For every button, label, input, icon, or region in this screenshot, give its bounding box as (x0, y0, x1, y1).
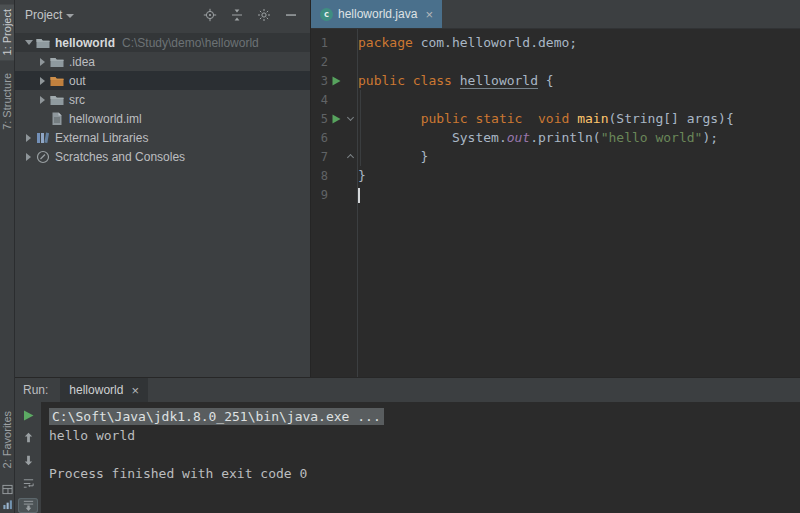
code-line-2[interactable] (358, 52, 800, 71)
code-line-3[interactable]: public class helloworld { (358, 71, 800, 90)
text-caret (358, 188, 360, 203)
code-line-7[interactable]: } (358, 147, 800, 166)
gutter-line-6: 6 (311, 128, 357, 147)
soft-wrap-icon[interactable] (18, 476, 38, 491)
library-icon (35, 130, 51, 146)
scratches-icon (35, 149, 51, 165)
tree-item-external-libraries[interactable]: External Libraries (15, 128, 310, 147)
fold-marker-icon[interactable] (344, 153, 356, 160)
line-number: 9 (311, 188, 328, 202)
line-number: 8 (311, 169, 328, 183)
expander-icon[interactable] (37, 96, 48, 104)
editor-tab-helloworld-java[interactable]: c helloworld.java × (311, 0, 442, 28)
gutter-line-3: 3 (311, 71, 357, 90)
line-number: 4 (311, 93, 328, 107)
rerun-icon[interactable] (18, 408, 38, 423)
project-view-selector[interactable]: Project (25, 8, 62, 22)
down-stack-icon[interactable] (18, 453, 38, 468)
stripe-top-buttons: 1: Project7: Structure (0, 4, 14, 135)
stripe-button-7-structure[interactable]: 7: Structure (0, 68, 14, 135)
run-line-icon[interactable] (328, 114, 344, 124)
run-tab-helloworld[interactable]: helloworld × (60, 378, 148, 402)
tree-item-helloworld-iml[interactable]: helloworld.iml (15, 109, 310, 128)
ide-window: 1: Project7: Structure 2: Favorites Proj… (0, 0, 800, 513)
command-line-text: C:\Soft\Java\jdk1.8.0_251\bin\java.exe .… (49, 408, 384, 425)
run-label: Run: (23, 383, 48, 397)
close-icon[interactable]: × (425, 8, 433, 21)
settings-icon[interactable] (257, 8, 271, 22)
grid-icon[interactable] (2, 484, 13, 495)
code-line-4[interactable] (358, 90, 800, 109)
stripe-button-favorites[interactable]: 2: Favorites (0, 406, 14, 473)
gutter-line-4: 4 (311, 90, 357, 109)
tree-item-label: helloworld.iml (69, 112, 142, 126)
project-header: Project (15, 0, 310, 29)
editor-gutter: 1 2 3 4 5 6 7 (311, 33, 357, 204)
bars-icon[interactable] (2, 499, 13, 510)
project-header-toolbar (190, 8, 298, 22)
left-tool-stripe: 1: Project7: Structure 2: Favorites (0, 0, 15, 513)
locate-icon[interactable] (203, 8, 217, 22)
console-line-2: hello world (49, 426, 800, 445)
tree-item-label: helloworld (55, 36, 115, 50)
up-stack-icon[interactable] (18, 431, 38, 446)
tree-item-label: .idea (69, 55, 95, 69)
code-line-9[interactable] (358, 185, 800, 204)
code-editor[interactable]: 1 2 3 4 5 6 7 (311, 29, 800, 377)
folder-icon (49, 54, 65, 70)
tree-item-src[interactable]: src (15, 90, 310, 109)
fold-marker-icon[interactable] (344, 117, 356, 120)
java-class-icon: c (320, 8, 333, 21)
expander-icon[interactable] (37, 58, 48, 66)
run-header: Run: helloworld × (15, 378, 800, 402)
run-toolbar (15, 402, 41, 513)
chevron-down-icon (66, 14, 74, 18)
expander-icon[interactable] (23, 153, 34, 161)
tree-item-label: src (69, 93, 85, 107)
gutter-line-2: 2 (311, 52, 357, 71)
code-line-1[interactable]: package com.helloworld.demo; (358, 33, 800, 52)
expander-icon[interactable] (37, 77, 48, 85)
hide-icon[interactable] (284, 8, 298, 22)
file-icon (49, 111, 65, 127)
folder-icon (35, 35, 51, 51)
gutter-line-8: 8 (311, 166, 357, 185)
run-line-icon[interactable] (328, 76, 344, 86)
line-number: 3 (311, 74, 328, 88)
gutter-line-9: 9 (311, 185, 357, 204)
line-number: 1 (311, 36, 328, 50)
project-tool-window: Project helloworld C:\Study\demo\hellowo… (15, 0, 310, 377)
expander-icon[interactable] (23, 40, 34, 45)
line-number: 7 (311, 150, 328, 164)
editor-tab-title: helloworld.java (338, 7, 417, 21)
line-number: 6 (311, 131, 328, 145)
console-output[interactable]: C:\Soft\Java\jdk1.8.0_251\bin\java.exe .… (41, 402, 800, 513)
folder-excluded-icon (49, 73, 65, 89)
stripe-bottom-icons (0, 484, 14, 510)
code-line-5[interactable]: public static void main(String[] args){ (358, 109, 800, 128)
scroll-end-icon[interactable] (18, 498, 38, 513)
editor-area: c helloworld.java × 1 2 3 4 5 (310, 0, 800, 377)
line-number: 5 (311, 112, 328, 126)
tree-item-idea[interactable]: .idea (15, 52, 310, 71)
stripe-button-1-project[interactable]: 1: Project (0, 4, 14, 60)
code-content: package com.helloworld.demo; public clas… (358, 33, 800, 204)
tree-item-label: Scratches and Consoles (55, 150, 185, 164)
collapse-all-icon[interactable] (230, 8, 244, 22)
code-line-6[interactable]: System.out.println("hello world"); (358, 128, 800, 147)
line-number: 2 (311, 55, 328, 69)
folder-icon (49, 92, 65, 108)
console-line-1: C:\Soft\Java\jdk1.8.0_251\bin\java.exe .… (49, 407, 800, 426)
console-line-4: Process finished with exit code 0 (49, 464, 800, 483)
tree-item-helloworld[interactable]: helloworld C:\Study\demo\helloworld (15, 33, 310, 52)
project-tree: helloworld C:\Study\demo\helloworld .ide… (15, 29, 310, 166)
close-icon[interactable]: × (131, 384, 139, 397)
expander-icon[interactable] (23, 134, 34, 142)
tree-item-label: External Libraries (55, 131, 148, 145)
run-tab-title: helloworld (69, 383, 123, 397)
code-line-8[interactable]: } (358, 166, 800, 185)
gutter-line-5: 5 (311, 109, 357, 128)
tree-item-out[interactable]: out (15, 71, 310, 90)
tree-item-scratches-and-consoles[interactable]: Scratches and Consoles (15, 147, 310, 166)
console-line-3 (49, 445, 800, 464)
